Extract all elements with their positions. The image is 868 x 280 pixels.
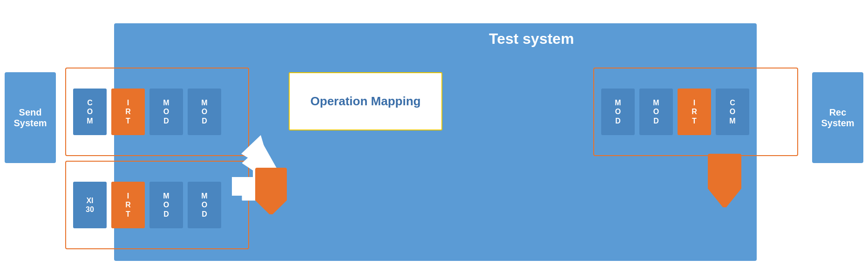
group-bottom-left: XI 30 I R T M O D M O D <box>65 161 249 249</box>
module-mod2-bottom: M O D <box>188 182 221 228</box>
group-right: M O D M O D I R T C O M <box>593 68 798 156</box>
module-mod1-top: M O D <box>149 89 183 135</box>
module-com-right: C O M <box>716 89 749 135</box>
rec-system-label: Rec System <box>812 107 863 129</box>
module-mod2-top: M O D <box>188 89 221 135</box>
operation-mapping-box: Operation Mapping <box>289 72 442 130</box>
module-irt-top: I R T <box>111 89 145 135</box>
module-mod1-right: M O D <box>601 89 635 135</box>
group-top-left: C O M I R T M O D M O D <box>65 68 249 156</box>
module-irt-bottom: I R T <box>111 182 145 228</box>
send-system-label: Send System <box>5 107 56 129</box>
module-mod1-bottom: M O D <box>149 182 183 228</box>
module-irt-right: I R T <box>678 89 711 135</box>
module-mod2-right: M O D <box>639 89 673 135</box>
test-system-label: Test system <box>489 30 574 48</box>
rec-system-box: Rec System <box>812 72 863 163</box>
module-com-top: C O M <box>73 89 107 135</box>
canvas: Test system Send System Rec System C O M… <box>0 0 868 280</box>
module-xi30: XI 30 <box>73 182 107 228</box>
operation-mapping-label: Operation Mapping <box>311 94 421 109</box>
send-system-box: Send System <box>5 72 56 163</box>
